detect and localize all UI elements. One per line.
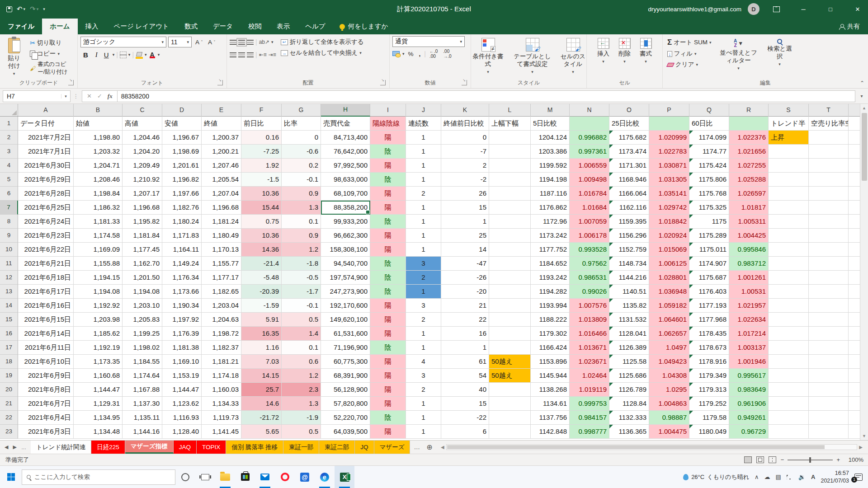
cell-T12[interactable] xyxy=(809,271,849,285)
cell-N13[interactable]: 0.99026 xyxy=(570,285,609,299)
cell-D19[interactable]: 1,153.19 xyxy=(162,369,202,383)
mail-client-button[interactable]: @ xyxy=(295,466,315,488)
sheet-overflow-left[interactable]: … xyxy=(21,445,26,450)
cell-P3[interactable]: 1.022783 xyxy=(649,145,689,159)
cell-L2[interactable] xyxy=(489,131,531,145)
cell-T6[interactable] xyxy=(809,187,849,201)
cell-H12[interactable]: 197,574,900 xyxy=(321,271,370,285)
cell-R2[interactable]: 1.022376 xyxy=(729,131,769,145)
avatar[interactable]: D xyxy=(748,3,760,15)
cell-B18[interactable]: 1,173.35 xyxy=(74,355,123,369)
cell-K21[interactable]: 15 xyxy=(441,397,489,411)
column-header-P[interactable]: P xyxy=(649,104,689,117)
column-header-J[interactable]: J xyxy=(406,104,441,117)
cell-K19[interactable]: 54 xyxy=(441,369,489,383)
cell-Q5[interactable]: 1175.806 xyxy=(689,173,729,187)
cell-O20[interactable]: 1126.789 xyxy=(609,383,649,397)
cell-N1[interactable] xyxy=(570,117,609,131)
cell-O13[interactable]: 1140.51 xyxy=(609,285,649,299)
cell-M7[interactable]: 1176.862 xyxy=(531,201,570,215)
cell-H16[interactable]: 61,531,600 xyxy=(321,327,370,341)
row-number-18[interactable]: 18 xyxy=(0,355,18,369)
cell-H23[interactable]: 64,039,500 xyxy=(321,425,370,439)
cell-J6[interactable]: 2 xyxy=(406,187,441,201)
cell-D7[interactable]: 1,182.76 xyxy=(162,201,202,215)
align-bottom-icon[interactable] xyxy=(247,40,254,45)
cell-C10[interactable]: 1,177.45 xyxy=(123,243,162,257)
cell-L17[interactable] xyxy=(489,341,531,355)
cell-J7[interactable]: 1 xyxy=(406,201,441,215)
cell-T3[interactable] xyxy=(809,145,849,159)
row-number-16[interactable]: 16 xyxy=(0,327,18,341)
cell-M3[interactable]: 1203.386 xyxy=(531,145,570,159)
cell-G17[interactable]: 0.1 xyxy=(282,341,321,355)
column-header-C[interactable]: C xyxy=(123,104,162,117)
column-header-M[interactable]: M xyxy=(531,104,570,117)
sheet-tab-マザーズ[interactable]: マザーズ xyxy=(374,441,410,454)
cell-T16[interactable] xyxy=(809,327,849,341)
cell-F17[interactable]: 1.16 xyxy=(241,341,282,355)
cell-S9[interactable] xyxy=(769,229,809,243)
cell-O21[interactable]: 1128.84 xyxy=(609,397,649,411)
cell-J19[interactable]: 3 xyxy=(406,369,441,383)
cell-O1[interactable]: 25日比較 xyxy=(609,117,649,131)
cell-E15[interactable]: 1,204.63 xyxy=(202,313,241,327)
cell-L5[interactable] xyxy=(489,173,531,187)
cell-B7[interactable]: 1,186.32 xyxy=(74,201,123,215)
cell-F19[interactable]: 14.15 xyxy=(241,369,282,383)
tab-ホーム[interactable]: ホーム xyxy=(42,19,77,34)
cell-G12[interactable]: -0.5 xyxy=(282,271,321,285)
cell-C8[interactable]: 1,195.82 xyxy=(123,215,162,229)
delete-cells-button[interactable]: ✕ 削除▾ xyxy=(615,36,634,66)
cell-F16[interactable]: 16.35 xyxy=(241,327,282,341)
tab-ヘルプ[interactable]: ヘルプ xyxy=(297,19,333,34)
cell-G4[interactable]: 0.2 xyxy=(282,159,321,173)
cell-N22[interactable]: 0.984157 xyxy=(570,411,609,425)
formula-input[interactable]: 88358200 xyxy=(118,90,855,102)
cell-S19[interactable] xyxy=(769,369,809,383)
sheet-tab-JAQ[interactable]: JAQ xyxy=(174,441,197,454)
cell-J9[interactable]: 1 xyxy=(406,229,441,243)
cell-P5[interactable]: 1.031305 xyxy=(649,173,689,187)
cell-R21[interactable]: 0.961906 xyxy=(729,397,769,411)
cell-F6[interactable]: 10.36 xyxy=(241,187,282,201)
cell-P13[interactable]: 1.036948 xyxy=(649,285,689,299)
cell-R20[interactable]: 0.983649 xyxy=(729,383,769,397)
cell-L6[interactable] xyxy=(489,187,531,201)
cut-button[interactable]: ✂切り取り xyxy=(28,38,75,48)
cell-I8[interactable]: 陰 xyxy=(370,215,406,229)
cell-D16[interactable]: 1,176.39 xyxy=(162,327,202,341)
cell-F20[interactable]: 25.7 xyxy=(241,383,282,397)
cell-Q6[interactable]: 1175.768 xyxy=(689,187,729,201)
cell-C17[interactable]: 1,198.02 xyxy=(123,341,162,355)
cell-B2[interactable]: 1,198.80 xyxy=(74,131,123,145)
cell-D2[interactable]: 1,196.67 xyxy=(162,131,202,145)
cell-P4[interactable]: 1.030871 xyxy=(649,159,689,173)
cell-I11[interactable]: 陰 xyxy=(370,257,406,271)
column-header-N[interactable]: N xyxy=(570,104,609,117)
cell-Q7[interactable]: 1175.325 xyxy=(689,201,729,215)
cell-I19[interactable]: 陽 xyxy=(370,369,406,383)
cell-F2[interactable]: 0.16 xyxy=(241,131,282,145)
cell-T15[interactable] xyxy=(809,313,849,327)
cell-F10[interactable]: 14.36 xyxy=(241,243,282,257)
decrease-font-button[interactable]: Aˇ xyxy=(206,38,217,47)
column-header-E[interactable]: E xyxy=(202,104,241,117)
cell-P15[interactable]: 1.064601 xyxy=(649,313,689,327)
cell-H20[interactable]: 56,128,900 xyxy=(321,383,370,397)
cell-I13[interactable]: 陰 xyxy=(370,285,406,299)
weather-widget[interactable]: 26°C くもりのち晴れ xyxy=(683,473,749,481)
cell-Q3[interactable]: 1174.77 xyxy=(689,145,729,159)
cell-L8[interactable] xyxy=(489,215,531,229)
device-icon[interactable]: ▤ xyxy=(776,474,781,480)
column-header-D[interactable]: D xyxy=(162,104,202,117)
cell-C20[interactable]: 1,167.88 xyxy=(123,383,162,397)
wrap-text-button[interactable]: 折り返して全体を表示する xyxy=(279,37,366,47)
cell-D22[interactable]: 1,116.93 xyxy=(162,411,202,425)
cell-C2[interactable]: 1,204.46 xyxy=(123,131,162,145)
cell-S21[interactable] xyxy=(769,397,809,411)
zoom-in-button[interactable]: + xyxy=(836,456,840,463)
cell-B21[interactable]: 1,129.31 xyxy=(74,397,123,411)
cell-J12[interactable]: 2 xyxy=(406,271,441,285)
cell-Q20[interactable]: 1179.313 xyxy=(689,383,729,397)
